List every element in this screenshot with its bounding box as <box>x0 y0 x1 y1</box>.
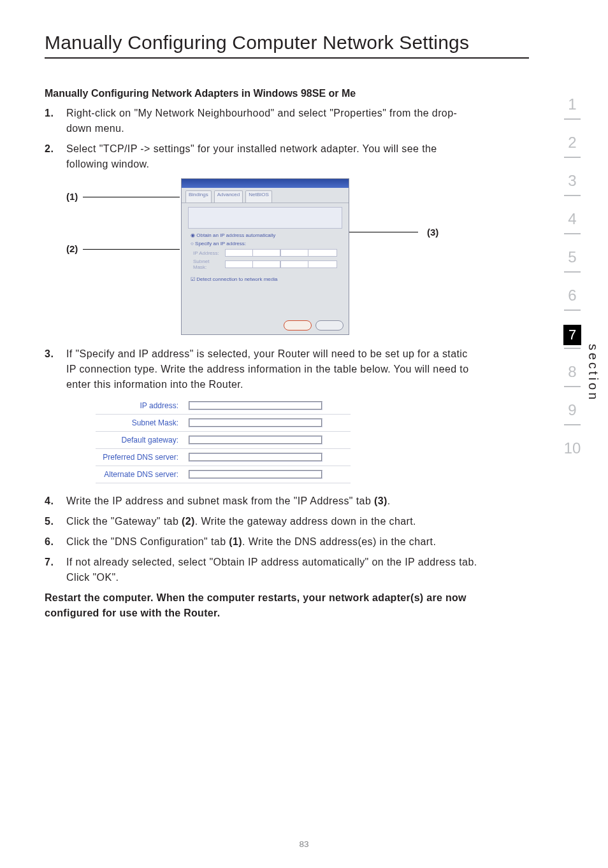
step-number: 1. <box>45 106 66 121</box>
section-number: 1 <box>568 96 576 113</box>
step-text-bold: (3) <box>374 495 387 506</box>
section-number: 5 <box>568 248 576 266</box>
subheading: Manually Configuring Network Adapters in… <box>45 88 478 99</box>
table-label: Default gateway: <box>96 432 185 449</box>
callout-3: (3) <box>427 227 438 238</box>
step-text-pre: Write the IP address and subnet mask fro… <box>66 495 374 506</box>
section-number: 9 <box>568 401 576 419</box>
section-nav-4: 4 <box>562 210 583 248</box>
page-title: Manually Configuring Computer Network Se… <box>45 32 551 53</box>
section-rail: 1 2 3 4 5 6 7 8 9 10 <box>549 96 583 478</box>
table-row: Alternate DNS server: <box>96 466 351 483</box>
section-nav-3: 3 <box>562 172 583 210</box>
section-nav-8: 8 <box>562 363 583 401</box>
table-row: Subnet Mask: <box>96 415 351 432</box>
dialog-tab: Bindings <box>185 190 212 203</box>
radio-obtain-auto: Obtain an IP address automatically <box>191 232 340 238</box>
table-input-cell <box>185 449 351 466</box>
input-box <box>189 453 322 462</box>
section-number: 2 <box>568 134 576 152</box>
step-text: Click the "DNS Configuration" tab (1). W… <box>66 534 478 550</box>
section-number-active: 7 <box>563 325 581 345</box>
section-number: 3 <box>568 172 576 190</box>
step-text-bold: (1) <box>229 536 242 547</box>
input-box <box>189 401 322 410</box>
step-number: 6. <box>45 534 66 550</box>
rail-divider <box>564 424 581 425</box>
cancel-button <box>315 320 344 331</box>
title-rule <box>45 57 529 59</box>
rail-divider <box>564 157 581 158</box>
step-number: 7. <box>45 555 66 570</box>
input-box <box>189 436 322 445</box>
section-nav-7-active: 7 <box>562 325 583 363</box>
section-number: 8 <box>568 363 576 381</box>
page-number: 83 <box>0 839 608 849</box>
step-4: 4. Write the IP address and subnet mask … <box>45 494 478 509</box>
ip-fields-group: IP Address: Subnet Mask: <box>193 249 337 270</box>
input-box <box>189 470 322 479</box>
rail-divider <box>564 386 581 387</box>
callout-2-line <box>83 249 180 250</box>
callout-2: (2) <box>66 243 78 254</box>
table-row: IP address: <box>96 397 351 415</box>
callout-1-line <box>83 197 180 197</box>
step-text: Right-click on "My Network Neighbourhood… <box>66 106 478 136</box>
dialog-description-box <box>188 207 342 229</box>
rail-divider <box>564 195 581 196</box>
detect-connection-checkbox: Detect connection to network media <box>191 276 340 282</box>
callouts-left: (1) (2) <box>66 178 181 335</box>
step-number: 2. <box>45 141 66 157</box>
step-text-post: . <box>387 495 391 506</box>
step-6: 6. Click the "DNS Configuration" tab (1)… <box>45 534 478 550</box>
step-text: If not already selected, select "Obtain … <box>66 555 478 585</box>
step-2: 2. Select "TCP/IP -> settings" for your … <box>45 141 478 172</box>
table-input-cell <box>185 432 351 449</box>
closing-instruction: Restart the computer. When the computer … <box>45 590 478 621</box>
step-5: 5. Click the "Gateway" tab (2). Write th… <box>45 514 478 529</box>
step-text: Click the "Gateway" tab (2). Write the g… <box>66 514 478 529</box>
table-label: Alternate DNS server: <box>96 466 185 483</box>
tcpip-properties-dialog: Bindings Advanced NetBIOS Obtain an IP a… <box>181 178 349 335</box>
section-label-vertical: section <box>586 344 600 402</box>
rail-divider <box>564 348 581 349</box>
table-label: Preferred DNS server: <box>96 449 185 466</box>
table-row: Preferred DNS server: <box>96 449 351 466</box>
step-text-post: . Write the DNS address(es) in the chart… <box>242 536 436 547</box>
dialog-titlebar <box>182 179 349 188</box>
steps-list-3: 3. If "Specify and IP address" is select… <box>45 346 478 392</box>
callouts-right: (3) <box>349 178 445 335</box>
section-nav-9: 9 <box>562 401 583 439</box>
step-3: 3. If "Specify and IP address" is select… <box>45 346 478 392</box>
field-label: IP Address: <box>193 250 222 256</box>
step-number: 5. <box>45 514 66 529</box>
dialog-buttons <box>284 320 344 331</box>
table-label: IP address: <box>96 397 185 415</box>
table-input-cell <box>185 415 351 432</box>
page: Manually Configuring Computer Network Se… <box>0 0 608 868</box>
table-label: Subnet Mask: <box>96 415 185 432</box>
dialog-tab: Advanced <box>214 190 243 203</box>
section-number: 6 <box>568 287 576 304</box>
steps-list-a: 1. Right-click on "My Network Neighbourh… <box>45 106 478 172</box>
step-text-pre: If not already selected, select "Obtain … <box>66 557 477 583</box>
section-nav-10: 10 <box>562 439 583 478</box>
step-text-pre: Click the "Gateway" tab <box>66 516 182 527</box>
callout-1: (1) <box>66 191 78 202</box>
ip-address-row: IP Address: <box>193 249 337 257</box>
subnet-input <box>225 260 337 268</box>
step-text-post: . Write the gateway address down in the … <box>195 516 416 527</box>
radio-specify-ip: Specify an IP address: <box>191 241 340 246</box>
section-nav-1: 1 <box>562 96 583 134</box>
rail-divider <box>564 309 581 311</box>
step-1: 1. Right-click on "My Network Neighbourh… <box>45 106 478 136</box>
ok-button <box>284 320 312 331</box>
section-number: 10 <box>564 439 581 457</box>
callout-3-line <box>349 232 418 232</box>
dialog-tab: NetBIOS <box>245 190 272 203</box>
field-label: Subnet Mask: <box>193 259 222 270</box>
step-text: Write the IP address and subnet mask fro… <box>66 494 478 509</box>
address-info-table: IP address: Subnet Mask: Default gateway… <box>96 397 351 483</box>
section-number: 4 <box>568 210 576 228</box>
rail-divider <box>564 118 581 120</box>
